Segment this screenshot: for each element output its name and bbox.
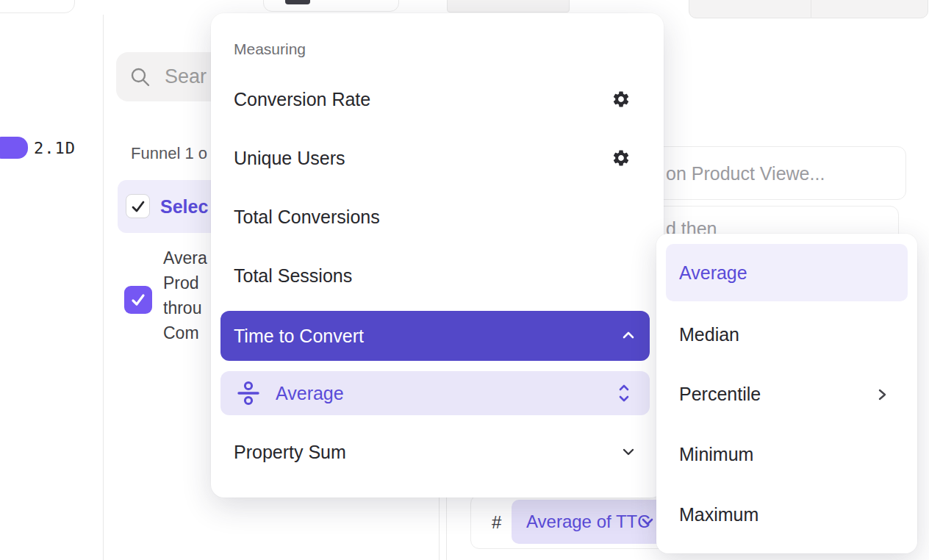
menu-item-label: Total Conversions xyxy=(234,200,380,234)
menu-subitem-average[interactable]: Average xyxy=(220,371,650,415)
app-canvas: 2.1D Funnel 1 o Selec Avera Prod throu C… xyxy=(0,0,929,560)
chevron-down-icon xyxy=(641,516,654,528)
funnel-step-badge[interactable] xyxy=(0,137,28,159)
checkmark-icon xyxy=(130,198,146,215)
metric-hash-prefix: # xyxy=(492,495,501,550)
agg-item-label: Minimum xyxy=(679,437,753,471)
select-all-row[interactable]: Selec xyxy=(118,180,222,233)
top-right-button-fragment-2[interactable] xyxy=(811,0,928,18)
menu-item-property-sum[interactable]: Property Sum xyxy=(211,435,664,469)
menu-item-label: Unique Users xyxy=(234,141,345,175)
metric-description-line: Avera xyxy=(163,245,210,270)
agg-item-maximum[interactable]: Maximum xyxy=(656,498,917,531)
chevron-right-icon xyxy=(877,388,887,401)
agg-item-label: Median xyxy=(679,317,739,351)
menu-item-conversion-rate[interactable]: Conversion Rate xyxy=(211,82,664,116)
measuring-menu-title: Measuring xyxy=(234,40,306,58)
metric-description-line: throu xyxy=(163,295,210,320)
divide-icon xyxy=(236,381,261,406)
metric-description: Avera Prod throu Com xyxy=(163,245,210,345)
center-panel-divider xyxy=(439,495,440,560)
metric-checkbox[interactable] xyxy=(124,286,152,314)
menu-item-label: Total Sessions xyxy=(234,259,352,292)
menu-item-label: Conversion Rate xyxy=(234,82,370,116)
gear-icon[interactable] xyxy=(611,148,631,168)
chevron-up-icon xyxy=(621,331,636,341)
funnel-step-label: 2.1D xyxy=(34,139,76,157)
metric-description-line: Com xyxy=(163,320,210,345)
top-left-card-fragment xyxy=(0,0,75,13)
metric-dropdown-label: Average of TTC xyxy=(526,500,650,544)
select-all-label: Selec xyxy=(160,180,208,233)
menu-subitem-label: Average xyxy=(276,371,344,415)
agg-item-percentile[interactable]: Percentile xyxy=(656,377,917,411)
top-right-button-fragment[interactable] xyxy=(689,0,811,18)
select-all-checkbox[interactable] xyxy=(126,194,150,218)
agg-item-label: Average xyxy=(679,244,747,301)
top-toolbar-handle xyxy=(285,0,310,4)
measuring-menu: Measuring Conversion Rate Unique Users T… xyxy=(211,13,664,498)
top-button-fragment[interactable] xyxy=(447,0,570,12)
funnel-header-label: Funnel 1 o xyxy=(131,144,207,163)
magnifier-icon xyxy=(129,66,151,88)
center-panel-divider-2 xyxy=(446,495,447,560)
menu-item-total-sessions[interactable]: Total Sessions xyxy=(211,259,664,292)
menu-item-label: Property Sum xyxy=(234,435,346,469)
checkmark-icon xyxy=(129,291,147,309)
top-toolbar-fragment xyxy=(263,0,399,12)
left-panel-divider xyxy=(103,15,104,560)
agg-item-label: Percentile xyxy=(679,377,761,411)
search-bar[interactable] xyxy=(116,52,226,101)
metric-description-line: Prod xyxy=(163,270,210,295)
menu-item-total-conversions[interactable]: Total Conversions xyxy=(211,200,664,234)
menu-item-time-to-convert[interactable]: Time to Convert xyxy=(220,311,650,361)
agg-item-minimum[interactable]: Minimum xyxy=(656,437,917,471)
aggregation-menu: Average Median Percentile Minimum Maximu… xyxy=(656,234,917,553)
event-selector-text: on Product Viewe... xyxy=(666,147,825,201)
agg-item-median[interactable]: Median xyxy=(656,317,917,351)
agg-item-label: Maximum xyxy=(679,498,758,531)
gear-icon[interactable] xyxy=(611,90,631,109)
menu-item-label: Time to Convert xyxy=(234,311,364,361)
agg-item-average[interactable]: Average xyxy=(666,244,908,301)
menu-item-unique-users[interactable]: Unique Users xyxy=(211,141,664,175)
chevron-down-icon xyxy=(621,446,636,458)
sort-updown-icon xyxy=(617,383,631,403)
